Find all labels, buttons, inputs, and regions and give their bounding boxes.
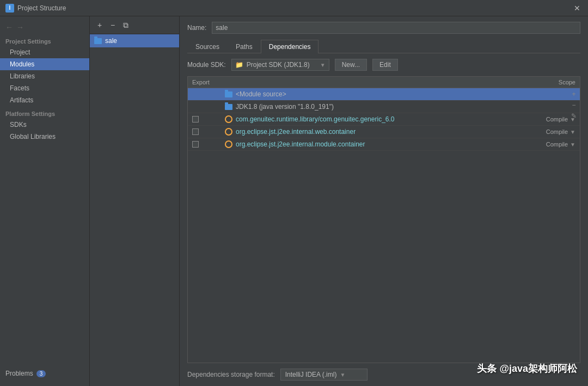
sdk-dropdown-arrow: ▼ <box>320 62 326 68</box>
scope-dropdown-icon[interactable]: ▼ <box>570 129 575 135</box>
close-button[interactable]: ✕ <box>572 4 583 13</box>
sdk-folder-icon: 📁 <box>235 61 243 69</box>
problems-label: Problems <box>5 370 33 377</box>
name-input[interactable] <box>212 22 580 34</box>
jdk-icon <box>225 104 232 110</box>
title-bar-left: I Project Structure <box>5 4 66 13</box>
problems-badge: 3 <box>36 370 46 377</box>
table-row[interactable]: org.eclipse.jst.j2ee.internal.module.con… <box>188 138 580 151</box>
table-edit-button[interactable]: ✎ <box>569 111 579 121</box>
back-arrow[interactable]: ← <box>5 23 13 32</box>
row-name-cell: JDK1.8 (java version "1.8.0_191") <box>225 103 532 111</box>
module-list-panel: + − ⧉ sale <box>90 16 180 386</box>
sidebar-item-facets[interactable]: Facets <box>0 82 89 94</box>
content-area: + − ⧉ sale Name: So <box>90 16 588 386</box>
sdk-select[interactable]: 📁 Project SDK (JDK1.8) ▼ <box>231 59 329 71</box>
problems-row[interactable]: Problems 3 <box>0 365 89 382</box>
scope-value: Compile <box>546 116 568 122</box>
remove-module-button[interactable]: − <box>107 20 118 30</box>
sidebar-item-global-libraries[interactable]: Global Libraries <box>0 131 89 143</box>
jar-icon <box>225 140 232 148</box>
dep-name: org.eclipse.jst.j2ee.internal.module.con… <box>236 140 365 148</box>
sdk-edit-button[interactable]: Edit <box>372 59 398 71</box>
scope-value: Compile <box>546 141 568 148</box>
table-row[interactable]: org.eclipse.jst.j2ee.internal.web.contai… <box>188 126 580 138</box>
jar-icon <box>225 128 232 136</box>
row-name-cell: org.eclipse.jst.j2ee.internal.module.con… <box>225 140 532 148</box>
row-scope-cell: Compile ▼ <box>532 141 575 148</box>
col-export-header: Export <box>192 79 225 85</box>
tab-sources[interactable]: Sources <box>187 40 228 53</box>
storage-row: Dependencies storage format: IntelliJ ID… <box>187 369 580 381</box>
main-layout: ← → Project Settings Project Modules Lib… <box>0 16 588 386</box>
sdk-value: Project SDK (JDK1.8) <box>247 61 317 69</box>
dep-name: <Module source> <box>236 90 286 98</box>
table-body: + − ✎ <Module source> <box>188 88 580 363</box>
module-item-label: sale <box>105 37 117 45</box>
sdk-label: Module SDK: <box>187 61 226 69</box>
window-title: Project Structure <box>17 4 66 12</box>
row-export-cell <box>192 141 225 148</box>
dependencies-table: Export Scope + − ✎ <Module <box>187 76 580 363</box>
row-export-cell <box>192 116 225 122</box>
tab-paths[interactable]: Paths <box>228 40 261 53</box>
storage-label: Dependencies storage format: <box>187 371 275 378</box>
tab-dependencies[interactable]: Dependencies <box>261 40 319 53</box>
module-icon <box>225 91 232 97</box>
project-settings-header: Project Settings <box>0 34 89 46</box>
jar-icon <box>225 115 232 123</box>
export-checkbox[interactable] <box>192 116 199 122</box>
table-header: Export Scope <box>188 77 580 88</box>
dep-name: org.eclipse.jst.j2ee.internal.web.contai… <box>236 128 356 136</box>
tabs-bar: Sources Paths Dependencies <box>187 39 580 53</box>
storage-dropdown-arrow: ▼ <box>340 372 345 378</box>
sidebar-item-libraries[interactable]: Libraries <box>0 70 89 82</box>
table-row[interactable]: JDK1.8 (java version "1.8.0_191") <box>188 101 580 113</box>
table-add-button[interactable]: + <box>569 89 579 99</box>
name-row: Name: <box>187 22 580 34</box>
export-checkbox[interactable] <box>192 128 199 135</box>
sidebar-item-sdks[interactable]: SDKs <box>0 119 89 131</box>
name-label: Name: <box>187 24 206 32</box>
sidebar-item-artifacts[interactable]: Artifacts <box>0 94 89 106</box>
scope-dropdown-icon[interactable]: ▼ <box>570 142 575 148</box>
sidebar: ← → Project Settings Project Modules Lib… <box>0 16 90 386</box>
content-inner: + − ⧉ sale Name: So <box>90 16 588 386</box>
add-module-button[interactable]: + <box>94 20 105 30</box>
sidebar-item-modules[interactable]: Modules <box>0 58 89 70</box>
dep-name: com.genuitec.runtime.library/com.genuite… <box>236 115 394 123</box>
storage-select[interactable]: IntelliJ IDEA (.iml) ▼ <box>280 369 367 381</box>
row-name-cell: <Module source> <box>225 90 532 98</box>
forward-arrow[interactable]: → <box>16 23 24 32</box>
sdk-new-button[interactable]: New... <box>335 59 367 71</box>
row-name-cell: org.eclipse.jst.j2ee.internal.web.contai… <box>225 128 532 136</box>
platform-settings-header: Platform Settings <box>0 106 89 119</box>
col-name-header <box>225 79 532 85</box>
sidebar-item-project[interactable]: Project <box>0 46 89 58</box>
dep-name: JDK1.8 (java version "1.8.0_191") <box>236 103 334 111</box>
app-icon: I <box>5 4 14 13</box>
row-scope-cell: Compile ▼ <box>532 128 575 135</box>
right-panel: Name: Sources Paths Dependencies <box>180 16 588 386</box>
copy-module-button[interactable]: ⧉ <box>120 20 131 30</box>
row-export-cell <box>192 128 225 135</box>
table-row[interactable]: <Module source> <box>188 88 580 101</box>
table-remove-button[interactable]: − <box>569 100 579 110</box>
title-bar: I Project Structure ✕ <box>0 0 588 16</box>
module-item-sale[interactable]: sale <box>90 34 179 47</box>
nav-row: ← → <box>0 21 89 34</box>
export-checkbox[interactable] <box>192 141 199 148</box>
col-scope-header: Scope <box>532 79 575 85</box>
scope-value: Compile <box>546 128 568 135</box>
module-folder-icon <box>94 38 102 44</box>
table-row[interactable]: com.genuitec.runtime.library/com.genuite… <box>188 113 580 126</box>
module-toolbar: + − ⧉ <box>90 16 179 34</box>
storage-value: IntelliJ IDEA (.iml) <box>285 371 337 378</box>
row-name-cell: com.genuitec.runtime.library/com.genuite… <box>225 115 532 123</box>
sdk-row: Module SDK: 📁 Project SDK (JDK1.8) ▼ New… <box>187 59 580 71</box>
